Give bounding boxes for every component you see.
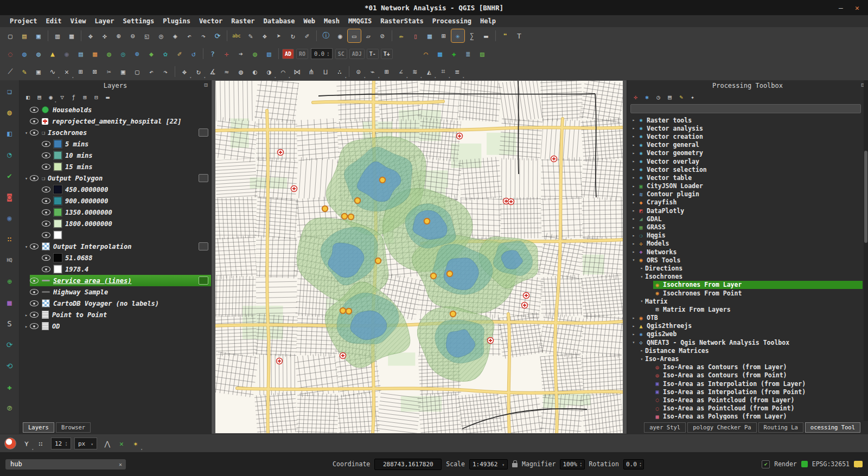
tab-ayer-styl[interactable]: ayer Styl xyxy=(644,422,686,433)
locator-search[interactable]: ✕ xyxy=(5,459,126,469)
add-part-icon[interactable]: ◐ xyxy=(248,65,261,78)
expand-arrow-icon[interactable]: ▸ xyxy=(630,143,637,147)
expand-arrow-icon[interactable]: ▸ xyxy=(630,233,637,238)
menu-processing[interactable]: Processing xyxy=(428,17,476,25)
digitize-curve-icon[interactable]: ∿ xyxy=(46,65,59,78)
expand-arrow-icon[interactable]: ▸ xyxy=(630,151,637,156)
add-ring-icon[interactable]: ◍ xyxy=(234,65,247,78)
label-v-tool-icon[interactable]: ⋎ xyxy=(20,437,33,450)
toolbox-item[interactable]: ◉Isochrones From Layer xyxy=(627,281,863,289)
expand-arrow-icon[interactable]: ▸ xyxy=(630,241,637,246)
expand-arrow-icon[interactable]: ▸ xyxy=(630,167,637,172)
menu-web[interactable]: Web xyxy=(299,17,320,25)
options-icon[interactable]: ✦ xyxy=(687,92,698,102)
plugin-chart-icon[interactable]: ▧ xyxy=(263,47,276,60)
menu-rasterstats[interactable]: RasterStats xyxy=(376,17,427,25)
dotted-selector-icon[interactable]: ∷ xyxy=(34,437,47,450)
expand-arrow-icon[interactable]: ▸ xyxy=(639,348,645,353)
expand-arrow-icon[interactable]: ▸ xyxy=(630,225,637,230)
zoom-full-icon[interactable]: ◱ xyxy=(141,29,154,42)
expand-arrow-icon[interactable]: ▸ xyxy=(630,332,637,337)
open-project-icon[interactable]: ▤ xyxy=(18,29,31,42)
toolbox-item[interactable]: ▸≋Contour plugin xyxy=(627,190,863,198)
expand-arrow-icon[interactable]: ▾ xyxy=(639,357,645,362)
text-annotation-icon[interactable]: T xyxy=(513,29,526,42)
layer-item[interactable]: 51.0688 xyxy=(20,252,211,263)
toolbox-item[interactable]: ▸✱Vector geometry xyxy=(627,149,863,157)
expand-arrow-icon[interactable]: ▾ xyxy=(639,274,645,279)
toolbox-item[interactable]: ◌Iso-Area as Pointcloud (from Point) xyxy=(627,404,863,413)
s-tool-icon[interactable]: S xyxy=(3,317,16,330)
expand-arrow-icon[interactable]: ▸ xyxy=(23,324,30,329)
toolbox-item[interactable]: ◌Iso-Area as Pointcloud (from Layer) xyxy=(627,396,863,404)
statistics-icon[interactable]: ∑ xyxy=(465,29,478,42)
tab-browser[interactable]: Browser xyxy=(56,422,91,433)
t-plus-badge[interactable]: T+ xyxy=(381,49,393,59)
layer-item[interactable]: 10 mins xyxy=(20,150,211,161)
toolbox-item[interactable]: ▾◇QNEAT3 - Qgis Network Analysis Toolbox xyxy=(627,338,863,346)
plugin-flower-icon[interactable]: ✿ xyxy=(159,47,172,60)
t-minus-badge[interactable]: T- xyxy=(367,49,379,59)
layer-item[interactable]: Service area (lines) xyxy=(20,275,211,286)
toolbox-item[interactable]: ▣Iso-Area as Interpolation (from Point) xyxy=(627,388,863,396)
search-layer-icon[interactable]: ⊕ xyxy=(3,275,16,288)
hq-tool-icon[interactable]: HQ xyxy=(3,254,16,267)
layer-item[interactable]: 900.0000000 xyxy=(20,195,211,207)
compass-ball-icon[interactable]: ◉ xyxy=(3,211,16,224)
opacity-spin[interactable]: 0.0 xyxy=(311,48,333,59)
checkmark-icon[interactable]: ✔ xyxy=(3,169,16,182)
panel-undock-icon[interactable]: ⊡ xyxy=(204,81,208,88)
magnifier-lock-icon[interactable] xyxy=(512,463,518,467)
save-edits-icon[interactable]: ▣ xyxy=(32,65,45,78)
crs-label[interactable]: EPSG:32651 xyxy=(812,460,850,468)
dots-tool-icon[interactable]: ∷ xyxy=(3,233,16,246)
toolbox-item[interactable]: ▸◆Crayfish xyxy=(627,198,863,207)
layer-edit-badge[interactable] xyxy=(199,276,208,285)
more-tools-icon[interactable]: ⌗ xyxy=(437,65,450,78)
levels-tool-icon[interactable]: ≣ xyxy=(462,47,475,60)
layer-item[interactable]: ▾Output Interpolation xyxy=(20,241,211,252)
visibility-eye-icon[interactable] xyxy=(42,221,50,227)
ad-badge[interactable]: AD xyxy=(282,49,294,59)
add-group-icon[interactable]: ▤ xyxy=(34,92,44,102)
toolbox-item[interactable]: ▸✱Vector creation xyxy=(627,132,863,140)
vertex-editor-icon[interactable]: ∴ xyxy=(333,65,346,78)
sc-badge[interactable]: SC xyxy=(335,49,347,59)
menu-help[interactable]: Help xyxy=(476,17,500,25)
toolbox-item[interactable]: ▸✱Raster tools xyxy=(627,116,863,124)
pan-map-icon[interactable]: ✥ xyxy=(84,29,97,42)
spinner-arrows-icon[interactable] xyxy=(65,441,67,446)
color-grid-icon[interactable]: ▦ xyxy=(433,47,446,60)
mesh-transform-icon[interactable]: ◭ xyxy=(423,65,436,78)
visibility-eye-icon[interactable] xyxy=(30,107,39,113)
expand-arrow-icon[interactable]: ▾ xyxy=(639,299,645,304)
paste-features-icon[interactable]: ▢ xyxy=(131,65,144,78)
visibility-eye-icon[interactable] xyxy=(42,209,50,215)
collapse-all-icon[interactable]: ⊟ xyxy=(91,92,101,102)
measure-icon[interactable]: ▬ xyxy=(480,29,493,42)
tab-layers[interactable]: Layers xyxy=(23,422,54,433)
help-icon[interactable]: ? xyxy=(206,47,219,60)
plugin-pages-icon[interactable]: ▤ xyxy=(74,47,87,60)
zoom-next-icon[interactable]: ↷ xyxy=(197,29,210,42)
menu-mmqgis[interactable]: MMQGIS xyxy=(344,17,376,25)
layer-item[interactable]: 450.0000000 xyxy=(20,184,211,195)
expand-arrow-icon[interactable]: ▸ xyxy=(630,200,637,205)
plugin-diamond-icon[interactable]: ◆ xyxy=(145,47,158,60)
data-source-manager-icon[interactable]: ❏ xyxy=(3,85,16,98)
expand-arrow-icon[interactable]: ▸ xyxy=(630,184,637,189)
expand-arrow-icon[interactable]: ▾ xyxy=(23,130,30,136)
layer-item[interactable] xyxy=(20,229,211,241)
style-jug-icon[interactable]: ◙ xyxy=(3,190,16,203)
menu-database[interactable]: Database xyxy=(259,17,299,25)
visibility-eye-icon[interactable] xyxy=(30,312,39,318)
spinner-arrows-icon[interactable] xyxy=(580,461,582,467)
star-tool-icon[interactable]: ✶ xyxy=(129,437,142,450)
zoom-to-selection-icon[interactable]: ◎ xyxy=(155,29,168,42)
layer-item[interactable]: 1800.0000000 xyxy=(20,218,211,229)
close-button[interactable]: ✕ xyxy=(852,3,862,12)
processing-toolbox-icon[interactable]: ✳ xyxy=(451,29,464,42)
cut-features-icon[interactable]: ✂ xyxy=(103,65,116,78)
plugin-points-icon[interactable]: ◌ xyxy=(4,47,17,60)
filter-legend-icon[interactable]: ▽ xyxy=(57,92,67,102)
